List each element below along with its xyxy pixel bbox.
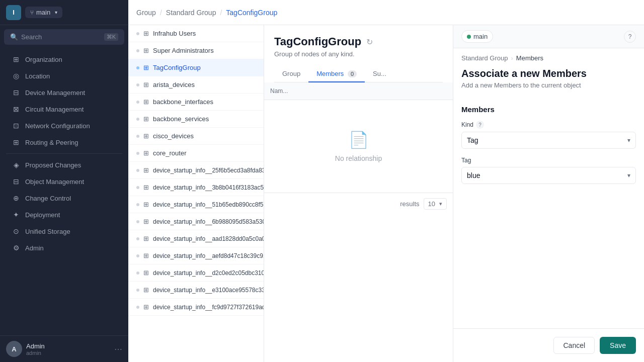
list-item[interactable]: ⊞ Infrahub Users bbox=[128, 25, 264, 42]
results-label: results bbox=[400, 200, 419, 208]
branch-selector[interactable]: ⑂ main ▾ bbox=[25, 7, 62, 18]
sidebar-item-label: Circuit Management bbox=[25, 106, 84, 113]
sidebar-item-change-control[interactable]: ⊕ Change Control bbox=[4, 190, 124, 206]
per-page-value: 10 bbox=[428, 200, 435, 208]
tab-subgroup[interactable]: Su... bbox=[365, 66, 394, 82]
sidebar-item-label: Admin bbox=[25, 244, 44, 252]
sidebar-item-organization[interactable]: ⊞ Organization bbox=[4, 51, 124, 67]
sidebar-item-routing-peering[interactable]: ⊞ Routing & Peering bbox=[4, 134, 124, 150]
list-item-label: device_startup_info__e3100ace95578c33ced… bbox=[153, 287, 264, 294]
save-button[interactable]: Save bbox=[600, 337, 636, 354]
group-icon: ⊞ bbox=[143, 132, 149, 140]
drawer-actions: Cancel Save bbox=[453, 328, 644, 362]
group-icon: ⊞ bbox=[143, 81, 149, 88]
dot-icon bbox=[136, 186, 139, 189]
table-header: Nam... bbox=[264, 82, 453, 100]
sidebar-item-circuit-management[interactable]: ⊠ Circuit Management bbox=[4, 101, 124, 117]
sidebar-item-label: Network Configuration bbox=[25, 122, 90, 130]
list-item[interactable]: ⊞ cisco_devices bbox=[128, 128, 264, 145]
sidebar-item-label: Organization bbox=[25, 56, 62, 63]
refresh-button[interactable]: ↻ bbox=[366, 37, 373, 47]
dot-icon bbox=[136, 169, 139, 172]
list-item-label: Infrahub Users bbox=[153, 30, 196, 37]
cancel-button[interactable]: Cancel bbox=[553, 337, 595, 354]
page-header: TagConfigGroup ↻ bbox=[274, 35, 443, 48]
list-item[interactable]: ⊞ device_startup_info__e3100ace95578c33c… bbox=[128, 282, 264, 299]
list-item[interactable]: ⊞ device_startup_info__fc9d9727f372619ad… bbox=[128, 299, 264, 316]
breadcrumb-standard-group[interactable]: Standard Group bbox=[166, 9, 216, 17]
kind-help-icon[interactable]: ? bbox=[476, 121, 484, 129]
drawer-breadcrumb-current: Members bbox=[516, 54, 543, 62]
breadcrumb-group[interactable]: Group bbox=[136, 9, 156, 17]
list-item[interactable]: ⊞ device_startup_info__25f6b5ecd3a8fda83… bbox=[128, 162, 264, 179]
user-role: admin bbox=[26, 350, 110, 356]
sidebar-item-object-management[interactable]: ⊟ Object Management bbox=[4, 173, 124, 190]
page-subtitle: Group of nodes of any kind. bbox=[274, 50, 443, 58]
tab-group[interactable]: Group bbox=[274, 66, 308, 82]
per-page-select[interactable]: 10 ▾ bbox=[424, 198, 447, 210]
dot-icon bbox=[136, 237, 139, 240]
dot-icon bbox=[136, 66, 139, 69]
drawer-breadcrumb: Standard Group › Members bbox=[453, 48, 644, 68]
sidebar-item-location[interactable]: ◎ Location bbox=[4, 68, 124, 84]
breadcrumb-tagconfiggroup[interactable]: TagConfigGroup bbox=[226, 9, 277, 17]
group-icon: ⊞ bbox=[143, 235, 149, 242]
branch-label: main bbox=[36, 9, 50, 16]
sidebar-item-admin[interactable]: ⚙ Admin bbox=[4, 240, 124, 256]
avatar: A bbox=[6, 341, 22, 357]
group-icon: ⊞ bbox=[143, 149, 149, 157]
list-item-selected[interactable]: ⊞ TagConfigGroup bbox=[128, 59, 264, 76]
more-options-button[interactable]: ⋯ bbox=[114, 344, 122, 354]
list-item[interactable]: ⊞ Super Administrators bbox=[128, 42, 264, 59]
list-item-label: device_startup_info__3b8b0416f3183ac5603… bbox=[153, 184, 264, 191]
document-icon: 📄 bbox=[349, 130, 369, 149]
group-icon: ⊞ bbox=[143, 303, 149, 311]
list-item-label: device_startup_info__51b65edb890cc8f5504… bbox=[153, 201, 264, 208]
tab-members[interactable]: Members 0 bbox=[308, 66, 365, 82]
list-item[interactable]: ⊞ device_startup_info__aefd8d47c18c39c91… bbox=[128, 247, 264, 264]
list-item-label: device_startup_info__25f6b5ecd3a8fda83d0… bbox=[153, 167, 264, 174]
list-item[interactable]: ⊞ backbone_services bbox=[128, 111, 264, 128]
list-item[interactable]: ⊞ device_startup_info__aad1828dd0a5c0a00… bbox=[128, 230, 264, 247]
drawer-top-bar: main ? bbox=[453, 25, 644, 48]
sidebar-item-unified-storage[interactable]: ⊙ Unified Storage bbox=[4, 223, 124, 239]
dot-icon bbox=[136, 152, 139, 155]
chevron-down-icon: ▾ bbox=[627, 172, 630, 179]
list-item[interactable]: ⊞ backbone_interfaces bbox=[128, 94, 264, 111]
branch-badge-label: main bbox=[473, 33, 488, 40]
dot-icon bbox=[136, 83, 139, 86]
group-icon: ⊞ bbox=[143, 252, 149, 259]
chevron-down-icon: ▾ bbox=[439, 201, 442, 207]
list-item[interactable]: ⊞ core_router bbox=[128, 145, 264, 162]
device-management-icon: ⊟ bbox=[12, 88, 20, 97]
help-button[interactable]: ? bbox=[624, 31, 636, 43]
list-item[interactable]: ⊞ device_startup_info__3b8b0416f3183ac56… bbox=[128, 179, 264, 196]
admin-icon: ⚙ bbox=[12, 244, 20, 252]
kind-field-label: Kind ? bbox=[461, 121, 636, 129]
user-info: Admin admin bbox=[26, 342, 110, 356]
sidebar-item-device-management[interactable]: ⊟ Device Management bbox=[4, 84, 124, 101]
circuit-management-icon: ⊠ bbox=[12, 105, 20, 113]
kind-select[interactable]: Tag ▾ bbox=[461, 132, 636, 149]
sidebar-item-proposed-changes[interactable]: ◈ Proposed Changes bbox=[4, 157, 124, 173]
organization-icon: ⊞ bbox=[12, 55, 20, 63]
drawer-breadcrumb-parent[interactable]: Standard Group bbox=[461, 54, 508, 62]
sidebar-item-deployment[interactable]: ✦ Deployment bbox=[4, 207, 124, 223]
change-control-icon: ⊕ bbox=[12, 194, 20, 202]
tabs: Group Members 0 Su... bbox=[274, 66, 443, 82]
list-item[interactable]: ⊞ device_startup_info__6b988095d583a5302… bbox=[128, 213, 264, 230]
list-item[interactable]: ⊞ device_startup_info__d2c0ed2c05dbc3107… bbox=[128, 264, 264, 282]
sidebar-item-label: Unified Storage bbox=[25, 228, 70, 235]
no-relationship-text: No relationship bbox=[335, 154, 382, 162]
drawer-subtitle: Add a new Members to the current object bbox=[453, 81, 644, 97]
main-branch-badge[interactable]: main bbox=[461, 30, 493, 43]
dot-icon bbox=[136, 220, 139, 223]
sidebar-item-network-configuration[interactable]: ⊡ Network Configuration bbox=[4, 118, 124, 134]
drawer-breadcrumb-sep: › bbox=[511, 54, 513, 62]
list-item[interactable]: ⊞ device_startup_info__51b65edb890cc8f55… bbox=[128, 196, 264, 213]
list-item[interactable]: ⊞ arista_devices bbox=[128, 76, 264, 94]
group-icon: ⊞ bbox=[143, 115, 149, 123]
nav-divider bbox=[6, 153, 122, 154]
search-bar[interactable]: 🔍 Search ⌘K bbox=[4, 29, 124, 45]
tag-select[interactable]: blue ▾ bbox=[461, 167, 636, 184]
